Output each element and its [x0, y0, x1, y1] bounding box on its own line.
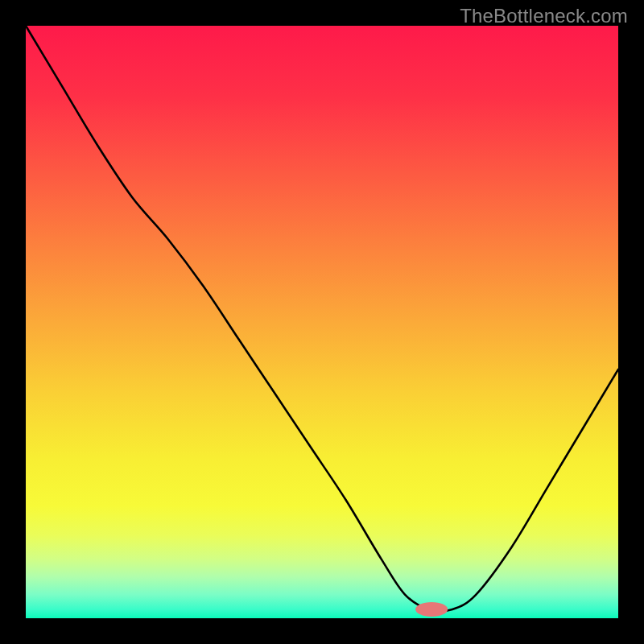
plot-background	[26, 26, 618, 618]
chart-svg	[0, 0, 644, 644]
chart-container: { "watermark": "TheBottleneck.com", "gra…	[0, 0, 644, 644]
optimum-marker	[415, 602, 448, 617]
watermark-text: TheBottleneck.com	[460, 5, 628, 27]
